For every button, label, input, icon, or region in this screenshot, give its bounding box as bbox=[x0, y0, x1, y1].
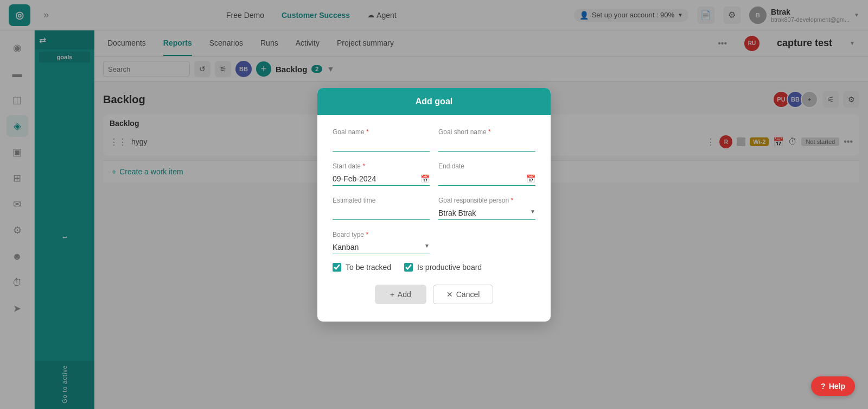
board-type-select[interactable]: Kanban Scrum Waterfall bbox=[333, 241, 430, 254]
estimated-time-label: Estimated time bbox=[333, 197, 430, 204]
help-icon: ? bbox=[821, 382, 826, 391]
x-icon: ✕ bbox=[446, 290, 453, 299]
modal-footer: + Add ✕ Cancel bbox=[333, 285, 535, 309]
goal-name-input[interactable] bbox=[333, 138, 430, 152]
goal-short-name-label: Goal short name * bbox=[438, 128, 535, 136]
to-be-tracked-checkbox[interactable] bbox=[333, 263, 341, 272]
estimated-time-input[interactable] bbox=[333, 206, 430, 220]
to-be-tracked-label[interactable]: To be tracked bbox=[346, 263, 391, 272]
estimated-time-group: Estimated time bbox=[333, 197, 430, 220]
start-date-label: Start date * bbox=[333, 162, 430, 170]
name-row: Goal name * Goal short name * bbox=[333, 128, 535, 152]
date-row: Start date * 09-Feb-2024 📅 End date 📅 bbox=[333, 162, 535, 186]
start-date-calendar-icon[interactable]: 📅 bbox=[420, 174, 430, 183]
productive-board-item: Is productive board bbox=[404, 263, 482, 272]
goal-short-name-group: Goal short name * bbox=[438, 128, 535, 152]
add-button[interactable]: + Add bbox=[375, 285, 426, 304]
end-date-group: End date 📅 bbox=[438, 162, 535, 186]
goal-short-name-input[interactable] bbox=[438, 138, 535, 152]
start-date-group: Start date * 09-Feb-2024 📅 bbox=[333, 162, 430, 186]
cancel-button[interactable]: ✕ Cancel bbox=[433, 285, 494, 304]
checkbox-row: To be tracked Is productive board bbox=[333, 263, 535, 272]
modal-body: Goal name * Goal short name * Start date… bbox=[317, 115, 551, 322]
start-date-value: 09-Feb-2024 bbox=[333, 174, 418, 183]
plus-icon: + bbox=[390, 290, 394, 299]
productive-board-checkbox[interactable] bbox=[404, 263, 413, 272]
responsible-person-group: Goal responsible person * Btrak Btrak bbox=[438, 197, 535, 220]
modal-title: Add goal bbox=[416, 97, 452, 106]
add-goal-modal: Add goal Goal name * Goal short name * bbox=[317, 88, 551, 322]
end-date-calendar-icon[interactable]: 📅 bbox=[526, 174, 535, 183]
goal-name-group: Goal name * bbox=[333, 128, 430, 152]
productive-board-label[interactable]: Is productive board bbox=[417, 263, 482, 272]
responsible-label: Goal responsible person * bbox=[438, 197, 535, 204]
goal-name-label: Goal name * bbox=[333, 128, 430, 136]
to-be-tracked-item: To be tracked bbox=[333, 263, 391, 272]
modal-overlay[interactable]: Add goal Goal name * Goal short name * bbox=[0, 0, 868, 409]
est-responsible-row: Estimated time Goal responsible person *… bbox=[333, 197, 535, 220]
responsible-select[interactable]: Btrak Btrak bbox=[438, 206, 535, 220]
modal-header: Add goal bbox=[317, 88, 551, 115]
board-type-row: Board type * Kanban Scrum Waterfall bbox=[333, 231, 535, 254]
help-button[interactable]: ? Help bbox=[811, 376, 855, 396]
end-date-label: End date bbox=[438, 162, 535, 170]
board-type-group: Board type * Kanban Scrum Waterfall bbox=[333, 231, 430, 254]
board-type-label: Board type * bbox=[333, 231, 430, 238]
